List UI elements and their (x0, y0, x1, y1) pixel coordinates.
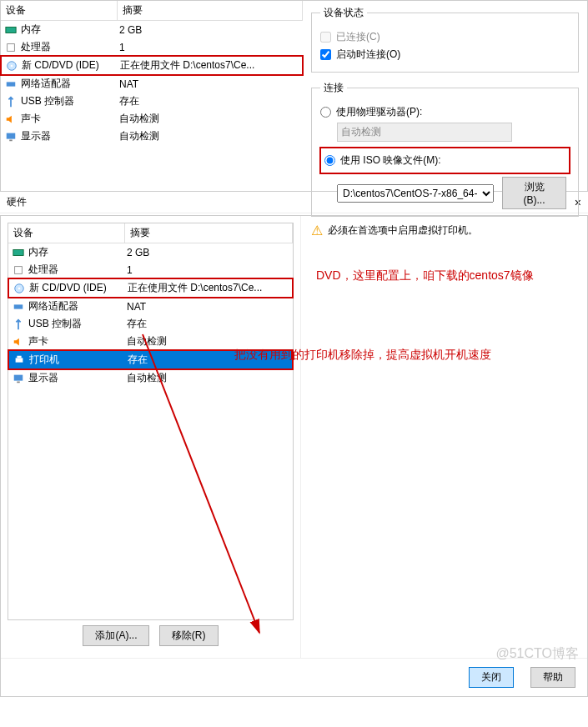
add-button[interactable]: 添加(A)... (83, 625, 149, 646)
iso-radio-input[interactable] (324, 155, 335, 166)
display-icon (12, 372, 25, 385)
annotation-dvd: DVD，这里配置上，咱下载的centos7镜像 (316, 268, 534, 283)
connection-group: 连接 使用物理驱动器(P): 自动检测 使用 ISO 映像文件(M): D:\c… (311, 81, 579, 217)
svg-rect-15 (17, 381, 20, 383)
device-row-network[interactable]: 网络适配器 NAT (1, 75, 303, 93)
printer-icon (13, 353, 26, 367)
close-button[interactable]: 关闭 (469, 667, 514, 688)
device-status-group: 设备状态 已连接(C) 启动时连接(O) (311, 6, 579, 73)
svg-point-10 (18, 287, 21, 289)
device-row-display-2[interactable]: 显示器 自动检测 (8, 369, 293, 387)
col-device-header: 设备 (1, 1, 118, 20)
usb-icon (4, 95, 18, 108)
physical-drive-radio[interactable]: 使用物理驱动器(P): (320, 105, 570, 119)
warning-icon: ⚠ (311, 223, 323, 238)
device-row-memory[interactable]: 内存 2 GB (1, 21, 303, 38)
svg-rect-1 (8, 43, 15, 51)
device-row-usb-2[interactable]: USB 控制器 存在 (8, 315, 293, 333)
memory-icon (12, 246, 25, 259)
physical-drive-select: 自动检测 (337, 123, 512, 142)
device-row-cd-2[interactable]: 新 CD/DVD (IDE) 正在使用文件 D:\centos7\Ce... (9, 279, 292, 297)
svg-rect-5 (7, 133, 16, 138)
startup-input[interactable] (320, 49, 331, 60)
annotation-printer: 把没有用到的打印机移除掉，提高虚拟机开机速度 (234, 348, 491, 363)
svg-rect-4 (7, 82, 16, 86)
svg-rect-14 (14, 374, 23, 380)
remove-button[interactable]: 移除(R) (159, 625, 219, 646)
device-row-cpu-2[interactable]: 处理器 1 (8, 261, 293, 278)
display-icon (4, 130, 18, 143)
connected-checkbox[interactable]: 已连接(C) (320, 30, 570, 44)
svg-rect-11 (14, 304, 23, 308)
physical-radio-input[interactable] (320, 107, 331, 118)
cpu-icon (12, 263, 25, 277)
svg-rect-6 (9, 139, 13, 141)
usb-icon (12, 318, 25, 331)
svg-rect-12 (16, 358, 23, 362)
cd-icon (5, 59, 18, 73)
memory-icon (4, 23, 18, 37)
help-button[interactable]: 帮助 (530, 667, 575, 688)
device-row-usb[interactable]: USB 控制器 存在 (1, 93, 303, 110)
browse-button[interactable]: 浏览(B)... (502, 177, 566, 209)
network-icon (4, 78, 18, 91)
sound-icon (12, 335, 25, 348)
device-row-display[interactable]: 显示器 自动检测 (1, 128, 303, 145)
col-summary-header: 摘要 (118, 1, 303, 20)
warning-message: ⚠ 必须在首选项中启用虚拟打印机。 (311, 223, 577, 238)
cd-icon (13, 282, 26, 295)
device-row-cd[interactable]: 新 CD/DVD (IDE) 正在使用文件 D:\centos7\Ce... (2, 57, 302, 74)
hardware-title: 硬件 (7, 195, 27, 209)
svg-rect-0 (6, 27, 16, 33)
watermark-text: @51CTO博客 (495, 645, 579, 663)
svg-point-3 (11, 64, 13, 67)
device-list-header: 设备 摘要 (1, 1, 303, 21)
startup-checkbox[interactable]: 启动时连接(O) (320, 48, 570, 62)
sound-icon (4, 113, 18, 126)
network-icon (12, 300, 25, 313)
device-row-sound[interactable]: 声卡 自动检测 (1, 110, 303, 128)
device-row-network-2[interactable]: 网络适配器 NAT (8, 298, 293, 315)
svg-rect-13 (17, 355, 21, 358)
svg-rect-7 (13, 249, 23, 255)
connected-input[interactable] (320, 32, 331, 43)
device-list-header-2: 设备 摘要 (8, 223, 293, 243)
iso-path-select[interactable]: D:\centos7\CentOS-7-x86_64- (337, 184, 494, 203)
iso-radio[interactable]: 使用 ISO 映像文件(M): (324, 153, 565, 168)
device-row-cpu[interactable]: 处理器 1 (1, 38, 303, 56)
cpu-icon (4, 41, 18, 54)
svg-rect-8 (15, 266, 23, 273)
device-row-memory-2[interactable]: 内存 2 GB (8, 243, 293, 261)
